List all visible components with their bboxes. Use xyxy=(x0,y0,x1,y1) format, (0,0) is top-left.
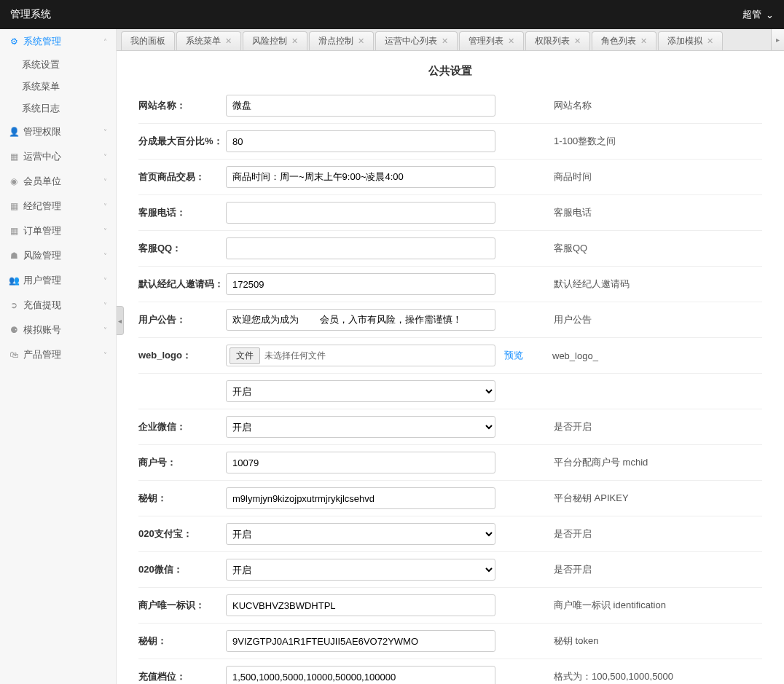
field-hint: 格式为：100,500,1000,5000 xyxy=(554,670,673,683)
sidebar-label: 模拟账号 xyxy=(23,323,61,337)
close-icon[interactable]: ✕ xyxy=(508,36,514,46)
text-input[interactable] xyxy=(226,237,495,259)
field-hint: 秘钥 token xyxy=(554,634,598,648)
tab-2[interactable]: 风险控制✕ xyxy=(243,31,307,50)
field-input-wrap: 文件未选择任何文件 xyxy=(226,345,495,366)
tab-0[interactable]: 我的面板 xyxy=(121,31,175,50)
field-input-wrap xyxy=(226,95,495,117)
tab-5[interactable]: 管理列表✕ xyxy=(459,31,524,50)
chevron-icon: ˅ xyxy=(103,153,107,161)
sidebar-label: 管理权限 xyxy=(23,125,61,138)
field-label: 020支付宝： xyxy=(138,528,226,540)
sidebar-item-1[interactable]: 👤管理权限˅ xyxy=(0,119,116,144)
tab-7[interactable]: 角色列表✕ xyxy=(592,31,656,50)
select-input[interactable]: 开启 xyxy=(226,416,495,438)
text-input[interactable] xyxy=(226,273,495,295)
field-label: web_logo： xyxy=(138,350,226,362)
close-icon[interactable]: ✕ xyxy=(358,36,364,46)
field-hint: 平台秘钥 APIKEY xyxy=(554,492,629,505)
sidebar-item-9[interactable]: ⚈模拟账号˅ xyxy=(0,318,116,342)
field-input-wrap: 开启 xyxy=(226,416,495,438)
text-input[interactable] xyxy=(226,452,495,473)
select-input[interactable]: 开启 xyxy=(226,559,495,581)
field-label: 网站名称： xyxy=(138,100,226,112)
sidebar-collapse-handle[interactable]: ◂ xyxy=(117,306,124,335)
tab-3[interactable]: 滑点控制✕ xyxy=(309,31,374,50)
close-icon[interactable]: ✕ xyxy=(640,36,647,46)
text-input[interactable] xyxy=(226,630,495,652)
text-input[interactable] xyxy=(226,130,495,152)
sidebar-item-2[interactable]: ▦运营中心˅ xyxy=(0,144,116,169)
field-label: 用户公告： xyxy=(138,314,226,326)
chevron-icon: ˅ xyxy=(103,252,107,260)
sidebar-icon: ▦ xyxy=(9,226,19,236)
tab-6[interactable]: 权限列表✕ xyxy=(525,31,590,50)
text-input[interactable] xyxy=(226,95,495,117)
sidebar-item-3[interactable]: ◉会员单位˅ xyxy=(0,169,116,194)
field-input-wrap: 开启 xyxy=(226,523,495,545)
tabs: 我的面板系统菜单✕风险控制✕滑点控制✕运营中心列表✕管理列表✕权限列表✕角色列表… xyxy=(117,29,784,51)
close-icon[interactable]: ✕ xyxy=(291,36,298,46)
close-icon[interactable]: ✕ xyxy=(442,36,448,46)
tab-1[interactable]: 系统菜单✕ xyxy=(176,31,241,50)
sidebar-icon: ▦ xyxy=(9,201,19,211)
text-input[interactable] xyxy=(226,309,495,331)
tab-scroll-right[interactable]: ▸ xyxy=(771,29,784,50)
select-input[interactable]: 开启 xyxy=(226,523,495,545)
sidebar-item-8[interactable]: ➲充值提现˅ xyxy=(0,293,116,318)
field-hint: 客服QQ xyxy=(554,242,587,255)
form-row-15: 秘钥：秘钥 token xyxy=(138,623,762,659)
field-label: 商户唯一标识： xyxy=(138,600,226,612)
file-input[interactable]: 文件未选择任何文件 xyxy=(226,345,495,366)
user-menu[interactable]: 超管 ⌄ xyxy=(742,8,774,21)
tab-8[interactable]: 添加模拟✕ xyxy=(658,31,723,50)
field-input-wrap: 开启 xyxy=(226,559,495,581)
text-input[interactable] xyxy=(226,202,495,224)
select-input[interactable]: 开启 xyxy=(226,380,495,402)
field-hint: 用户公告 xyxy=(554,313,592,326)
field-hint: 商品时间 xyxy=(554,170,592,184)
chevron-icon: ˅ xyxy=(103,227,107,235)
close-icon[interactable]: ✕ xyxy=(707,36,713,46)
close-icon[interactable]: ✕ xyxy=(574,36,581,46)
text-input[interactable] xyxy=(226,487,495,509)
text-input[interactable] xyxy=(226,594,495,616)
sidebar-label: 用户管理 xyxy=(23,274,61,287)
text-input[interactable] xyxy=(226,666,495,684)
field-label: 充值档位： xyxy=(138,671,226,683)
chevron-down-icon: ⌄ xyxy=(766,9,774,20)
sidebar-item-0[interactable]: ⚙系统管理˄ xyxy=(0,29,116,54)
sidebar-item-4[interactable]: ▦经纪管理˅ xyxy=(0,194,116,219)
tab-label: 权限列表 xyxy=(535,35,570,47)
tab-label: 系统菜单 xyxy=(186,35,221,47)
chevron-icon: ˅ xyxy=(103,178,107,186)
preview-link[interactable]: 预览 xyxy=(504,349,523,362)
sidebar-item-5[interactable]: ▦订单管理˅ xyxy=(0,219,116,243)
field-label: 默认经纪人邀请码： xyxy=(138,278,226,291)
file-choose-button[interactable]: 文件 xyxy=(230,347,260,364)
field-input-wrap xyxy=(226,273,495,295)
tab-label: 管理列表 xyxy=(469,35,503,47)
sidebar-icon: 👥 xyxy=(9,275,19,286)
sidebar-subitem-0-2[interactable]: 系统日志 xyxy=(0,98,116,119)
field-label: 首页商品交易： xyxy=(138,171,226,184)
field-hint: 是否开启 xyxy=(554,420,592,433)
topbar: 管理系统 超管 ⌄ xyxy=(0,0,784,29)
text-input[interactable] xyxy=(226,166,495,188)
field-hint: 客服电话 xyxy=(554,206,592,219)
tab-4[interactable]: 运营中心列表✕ xyxy=(375,31,458,50)
form-row-4: 客服QQ：客服QQ xyxy=(138,230,762,266)
form-row-14: 商户唯一标识：商户唯一标识 identification xyxy=(138,587,762,623)
sidebar-subitem-0-1[interactable]: 系统菜单 xyxy=(0,76,116,98)
form-row-1: 分成最大百分比%：1-100整数之间 xyxy=(138,123,762,159)
field-input-wrap: 开启 xyxy=(226,380,495,402)
sidebar: ⚙系统管理˄系统设置系统菜单系统日志👤管理权限˅▦运营中心˅◉会员单位˅▦经纪管… xyxy=(0,29,117,684)
close-icon[interactable]: ✕ xyxy=(225,36,232,46)
sidebar-item-6[interactable]: ☗风险管理˅ xyxy=(0,243,116,268)
tab-label: 滑点控制 xyxy=(318,35,353,47)
user-name: 超管 xyxy=(742,8,761,21)
sidebar-subitem-0-0[interactable]: 系统设置 xyxy=(0,54,116,76)
sidebar-item-10[interactable]: 🛍产品管理˅ xyxy=(0,342,116,367)
sidebar-item-7[interactable]: 👥用户管理˅ xyxy=(0,268,116,293)
form-row-9: 企业微信：开启是否开启 xyxy=(138,409,762,444)
